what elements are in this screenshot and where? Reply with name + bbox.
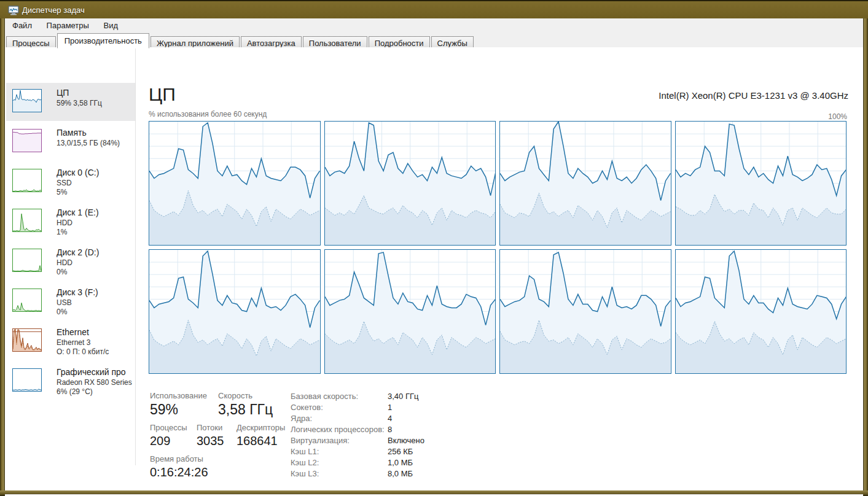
sidebar-item-title: Диск 1 (E:) <box>57 207 134 219</box>
memory-mini-graph <box>12 129 42 152</box>
sidebar-item-detail: Ethernet 3 <box>57 338 134 347</box>
sidebar-item-detail: 6% (29 °C) <box>57 387 134 397</box>
spec-row: Логических процессоров:8 <box>291 424 549 435</box>
title-bar[interactable]: Диспетчер задач <box>0 0 868 18</box>
sidebar-item-disk1[interactable]: Диск 1 (E:)HDD1% <box>6 203 135 241</box>
cpu-core-graph <box>149 249 321 374</box>
menu-bar: Файл Параметры Вид <box>5 18 863 33</box>
sidebar-item-title: Диск 2 (D:) <box>57 247 134 258</box>
gpu-mini-graph <box>12 368 42 392</box>
graph-scale-label: 100% <box>828 112 847 121</box>
sidebar-item-detail: 0% <box>57 268 134 277</box>
spec-row: Кэш L2:1,0 МБ <box>291 457 549 468</box>
sidebar-item-title: Ethernet <box>57 327 134 338</box>
window-content: Файл Параметры Вид ПроцессыПроизводитель… <box>5 18 863 490</box>
handles-label: Дескрипторы <box>237 423 285 432</box>
spec-value: Включено <box>388 436 424 445</box>
sidebar-item-detail: 5% <box>57 188 134 197</box>
spec-row: Ядра:4 <box>291 413 549 424</box>
threads-value: 3035 <box>197 434 224 448</box>
page-title: ЦП <box>149 84 176 105</box>
speed-label: Скорость <box>218 391 252 400</box>
sidebar-item-detail: 13,0/15,5 ГБ (84%) <box>57 139 134 148</box>
window-frame-right <box>863 18 868 496</box>
spec-row: Кэш L1:256 КБ <box>291 446 549 457</box>
sidebar-item-detail: 0% <box>57 308 134 317</box>
sidebar-item-detail: 1% <box>57 228 134 237</box>
sidebar-item-detail: HDD <box>57 258 134 268</box>
cpu-core-graph <box>149 121 321 246</box>
menu-view[interactable]: Вид <box>98 18 125 33</box>
sidebar-item-detail: 59% 3,58 ГГц <box>57 99 134 108</box>
spec-value: 8 <box>388 425 392 434</box>
cpu-core-graph <box>675 249 847 374</box>
window-frame-left <box>0 18 5 496</box>
sidebar-item-detail: О: 0 П: 0 кбит/с <box>57 347 134 357</box>
tab-performance[interactable]: Производительность <box>57 33 149 48</box>
spec-label: Логических процессоров: <box>291 424 388 435</box>
handles-value: 168641 <box>237 434 278 448</box>
sidebar-item-detail: Radeon RX 580 Series <box>57 378 134 387</box>
spec-value: 3,40 ГГц <box>388 392 418 401</box>
cpu-core-graphs <box>149 121 846 374</box>
disk1-mini-graph <box>12 209 42 232</box>
threads-label: Потоки <box>197 423 222 432</box>
cpu-core-graph <box>324 249 496 374</box>
cpu-core-graph <box>499 121 671 246</box>
spec-label: Кэш L2: <box>291 457 388 468</box>
spec-value: 1 <box>388 403 392 412</box>
sidebar-item-disk3[interactable]: Диск 3 (F:)USB0% <box>6 282 135 320</box>
spec-label: Кэш L1: <box>291 446 388 457</box>
window-title: Диспетчер задач <box>22 6 85 15</box>
menu-options[interactable]: Параметры <box>41 18 95 33</box>
sidebar-item-title: ЦП <box>57 87 134 99</box>
disk2-mini-graph <box>12 249 42 272</box>
sidebar: ЦП59% 3,58 ГГц Память13,0/15,5 ГБ (84%) … <box>5 47 135 465</box>
cpu-core-graph <box>324 121 496 246</box>
graph-subtitle: % использования более 60 секунд <box>149 110 267 118</box>
sidebar-item-memory[interactable]: Память13,0/15,5 ГБ (84%) <box>6 123 135 161</box>
disk3-mini-graph <box>12 289 42 312</box>
task-manager-icon <box>8 6 19 15</box>
performance-pane: ЦП59% 3,58 ГГц Память13,0/15,5 ГБ (84%) … <box>5 47 863 490</box>
sidebar-item-title: Память <box>57 127 134 139</box>
sidebar-item-detail: HDD <box>57 219 134 228</box>
uptime-label: Время работы <box>150 454 203 463</box>
spec-label: Виртуализация: <box>291 435 388 446</box>
spec-value: 1,0 МБ <box>388 458 413 467</box>
cpu-core-graph <box>499 249 671 374</box>
spec-row: Сокетов:1 <box>291 402 549 413</box>
spec-label: Сокетов: <box>291 402 388 413</box>
sidebar-item-detail: SSD <box>57 179 134 188</box>
cpu-spec-list: Базовая скорость:3,40 ГГц Сокетов:1 Ядра… <box>291 391 549 479</box>
cpu-core-graph <box>675 121 847 246</box>
sidebar-item-gpu[interactable]: Графический проRadeon RX 580 Series6% (2… <box>6 362 135 400</box>
sidebar-item-cpu[interactable]: ЦП59% 3,58 ГГц <box>6 83 135 121</box>
sidebar-divider <box>135 48 136 465</box>
sidebar-item-title: Диск 3 (F:) <box>57 287 134 298</box>
sidebar-item-ethernet[interactable]: EthernetEthernet 3О: 0 П: 0 кбит/с <box>6 322 135 360</box>
menu-file[interactable]: Файл <box>6 18 38 33</box>
spec-row: Кэш L3:8,0 МБ <box>291 468 549 479</box>
ethernet-mini-graph <box>12 328 42 352</box>
speed-value: 3,58 ГГц <box>218 401 273 418</box>
sidebar-item-disk2[interactable]: Диск 2 (D:)HDD0% <box>6 242 135 281</box>
sidebar-item-title: Диск 0 (C:) <box>57 167 134 179</box>
cpu-model-name: Intel(R) Xeon(R) CPU E3-1231 v3 @ 3.40GH… <box>659 90 848 101</box>
sidebar-item-disk0[interactable]: Диск 0 (C:)SSD5% <box>6 163 135 201</box>
sidebar-item-detail: USB <box>57 298 134 308</box>
sidebar-item-title: Графический про <box>57 366 134 378</box>
usage-value: 59% <box>150 401 178 418</box>
spec-row: Виртуализация:Включено <box>291 435 549 446</box>
cpu-mini-graph <box>12 89 42 112</box>
spec-label: Ядра: <box>291 413 388 424</box>
disk0-mini-graph <box>12 169 42 192</box>
spec-label: Кэш L3: <box>291 468 388 479</box>
spec-label: Базовая скорость: <box>291 391 388 402</box>
processes-value: 209 <box>150 434 170 448</box>
spec-value: 8,0 МБ <box>388 469 413 478</box>
usage-label: Использование <box>150 391 207 400</box>
processes-label: Процессы <box>150 423 187 432</box>
spec-row: Базовая скорость:3,40 ГГц <box>291 391 549 402</box>
uptime-value: 0:16:24:26 <box>150 465 208 479</box>
